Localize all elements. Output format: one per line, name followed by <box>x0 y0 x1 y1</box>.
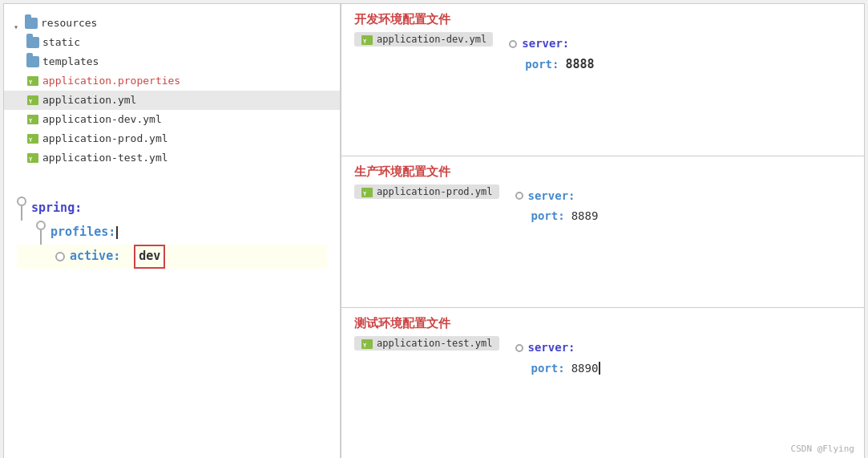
port-val-test: 8890 <box>571 359 599 379</box>
tree-item-app-properties[interactable]: Y application.properties <box>4 71 340 91</box>
cursor-test <box>599 362 600 375</box>
code-snippet-dev: server: port: 8888 <box>509 32 594 77</box>
tree-item-app-yml[interactable]: Y application.yml <box>4 91 340 110</box>
yml-icon-badge-dev: Y <box>361 34 372 45</box>
tree-label-app-dev: application-dev.yml <box>42 111 162 128</box>
folder-icon-templates <box>26 56 39 67</box>
tree-label-app-properties: application.properties <box>42 72 180 90</box>
section-title-prod: 生产环境配置文件 <box>354 164 851 180</box>
chevron-icon: ▾ <box>14 18 23 28</box>
section-title-dev: 开发环境配置文件 <box>354 12 851 27</box>
section-body-dev: Y application-dev.yml server: port: 8888 <box>354 32 851 77</box>
code-profiles-keyword: profiles: <box>50 222 115 243</box>
section-title-test: 测试环境配置文件 <box>354 316 851 331</box>
yml-icon-properties: Y <box>26 75 39 87</box>
server-kw-prod: server: <box>528 186 575 206</box>
code-line-active: active: dev <box>17 245 327 269</box>
tree-label-app-prod: application-prod.yml <box>42 130 168 148</box>
left-panel: ▾ resources static templates Y applicati… <box>4 4 341 458</box>
config-section-dev: 开发环境配置文件 Y application-dev.yml server: p… <box>341 4 864 156</box>
tree-label-resources: resources <box>41 14 97 32</box>
code-snippet-prod: server: port: 8889 <box>515 184 599 228</box>
folder-icon-resources <box>25 18 38 29</box>
yml-icon-badge-prod: Y <box>361 186 372 197</box>
file-tree: ▾ resources static templates Y applicati… <box>4 10 340 171</box>
file-badge-prod: Y application-prod.yml <box>354 184 499 199</box>
snippet-port-test: port: 8890 <box>515 359 601 379</box>
tree-item-static[interactable]: static <box>4 33 340 52</box>
badge-label-test: application-test.yml <box>377 338 493 349</box>
tree-item-app-prod[interactable]: Y application-prod.yml <box>4 129 340 148</box>
badge-label-dev: application-dev.yml <box>377 34 486 45</box>
port-kw-prod: port: <box>531 206 565 226</box>
tree-label-templates: templates <box>42 53 99 71</box>
snippet-server-prod: server: <box>515 186 599 206</box>
code-line-spring: spring: <box>17 197 327 221</box>
snippet-port-prod: port: 8889 <box>515 206 599 226</box>
port-kw-dev: port: <box>525 55 559 75</box>
yml-icon-app: Y <box>26 94 39 107</box>
section-body-test: Y application-test.yml server: port: 889… <box>354 336 851 379</box>
code-active-keyword: active: <box>70 246 120 267</box>
port-val-dev: 8888 <box>565 54 594 75</box>
right-outer: 开发环境配置文件 Y application-dev.yml server: p… <box>341 4 864 458</box>
code-area: spring: profiles: active: dev <box>4 190 340 275</box>
snippet-server-dev: server: <box>509 34 594 54</box>
port-val-prod: 8889 <box>571 206 599 226</box>
yml-icon-test: Y <box>26 152 39 164</box>
watermark: CSDN @Flying <box>791 444 854 454</box>
config-section-test: 测试环境配置文件 Y application-test.yml server: … <box>341 308 864 458</box>
server-kw-dev: server: <box>522 34 569 54</box>
section-body-prod: Y application-prod.yml server: port: 888… <box>354 184 851 228</box>
badge-label-prod: application-prod.yml <box>377 186 493 197</box>
tree-item-templates[interactable]: templates <box>4 52 340 71</box>
yml-icon-dev: Y <box>26 113 39 126</box>
snippet-port-dev: port: 8888 <box>509 54 594 75</box>
config-section-prod: 生产环境配置文件 Y application-prod.yml server: … <box>341 156 864 309</box>
code-snippet-test: server: port: 8890 <box>515 336 601 379</box>
tree-item-app-dev[interactable]: Y application-dev.yml <box>4 110 340 129</box>
file-badge-dev: Y application-dev.yml <box>354 32 493 47</box>
tree-label-static: static <box>42 34 80 51</box>
code-active-spacer <box>127 246 134 267</box>
file-badge-test: Y application-test.yml <box>354 336 499 351</box>
port-kw-test: port: <box>531 359 565 379</box>
code-line-profiles: profiles: <box>17 221 327 245</box>
tree-item-resources[interactable]: ▾ resources <box>4 14 340 33</box>
code-spring-keyword: spring: <box>31 198 82 219</box>
yml-icon-badge-test: Y <box>361 338 372 349</box>
tree-label-app-yml: application.yml <box>42 91 136 109</box>
tree-item-app-test[interactable]: Y application-test.yml <box>4 148 340 168</box>
folder-icon-static <box>26 37 39 48</box>
snippet-server-test: server: <box>515 338 601 358</box>
cursor <box>116 226 118 239</box>
tree-label-app-test: application-test.yml <box>42 149 168 167</box>
yml-icon-prod: Y <box>26 132 39 145</box>
main-container: ▾ resources static templates Y applicati… <box>3 3 865 458</box>
server-kw-test: server: <box>528 338 575 358</box>
code-active-value: dev <box>134 245 165 269</box>
